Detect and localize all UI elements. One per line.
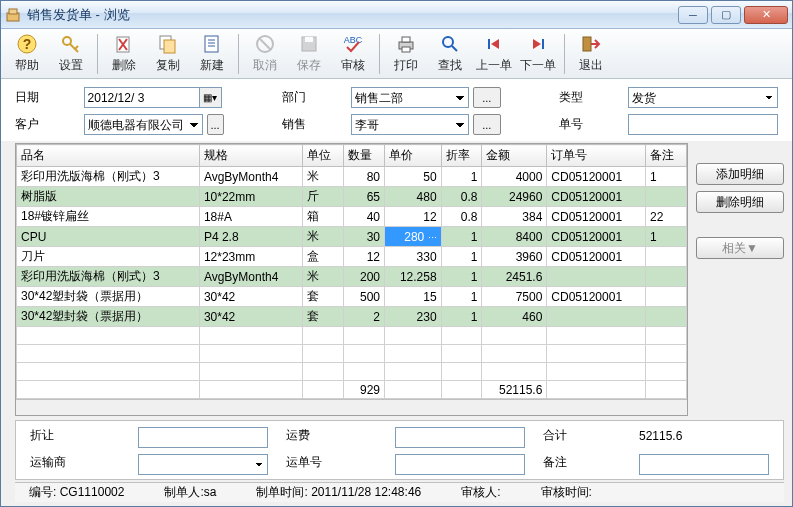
cell-qty[interactable]: 65 bbox=[344, 187, 385, 207]
cell-rem[interactable] bbox=[646, 267, 687, 287]
setup-button[interactable]: 设置 bbox=[49, 31, 93, 77]
customer-select[interactable]: 顺德电器有限公司 bbox=[84, 114, 203, 135]
cell-disc[interactable]: 0.8 bbox=[441, 187, 482, 207]
cell-disc[interactable]: 1 bbox=[441, 167, 482, 187]
carrier-select[interactable] bbox=[138, 454, 268, 475]
cell-amt[interactable]: 8400 bbox=[482, 227, 547, 247]
cell-disc[interactable]: 1 bbox=[441, 287, 482, 307]
discount-input[interactable] bbox=[138, 427, 268, 448]
print-button[interactable]: 打印 bbox=[384, 31, 428, 77]
cell-disc[interactable]: 1 bbox=[441, 227, 482, 247]
cell-spec[interactable]: 18#A bbox=[199, 207, 302, 227]
cell-disc[interactable]: 1 bbox=[441, 267, 482, 287]
cell-ord[interactable]: CD05120001 bbox=[547, 187, 646, 207]
cell-qty[interactable]: 12 bbox=[344, 247, 385, 267]
cell-ord[interactable]: CD05120001 bbox=[547, 167, 646, 187]
cell-amt[interactable]: 384 bbox=[482, 207, 547, 227]
cell-disc[interactable]: 0.8 bbox=[441, 207, 482, 227]
dept-lookup-button[interactable]: ... bbox=[473, 87, 501, 108]
cell-spec[interactable]: 12*23mm bbox=[199, 247, 302, 267]
cell-rem[interactable] bbox=[646, 187, 687, 207]
cell-ord[interactable] bbox=[547, 307, 646, 327]
column-header[interactable]: 单位 bbox=[303, 145, 344, 167]
cell-amt[interactable]: 3960 bbox=[482, 247, 547, 267]
cell-rem[interactable] bbox=[646, 307, 687, 327]
cell-name[interactable]: 刀片 bbox=[17, 247, 200, 267]
column-header[interactable]: 规格 bbox=[199, 145, 302, 167]
cell-ord[interactable]: CD05120001 bbox=[547, 287, 646, 307]
audit-button[interactable]: ABC 审核 bbox=[331, 31, 375, 77]
remark-input[interactable] bbox=[639, 454, 769, 475]
save-button[interactable]: 保存 bbox=[287, 31, 331, 77]
horizontal-scrollbar[interactable] bbox=[16, 399, 687, 415]
cell-disc[interactable]: 1 bbox=[441, 247, 482, 267]
cell-name[interactable]: CPU bbox=[17, 227, 200, 247]
cell-name[interactable]: 30*42塑封袋（票据用） bbox=[17, 287, 200, 307]
minimize-button[interactable]: ─ bbox=[678, 6, 708, 24]
prev-button[interactable]: 上一单 bbox=[472, 31, 516, 77]
cell-name[interactable]: 树脂版 bbox=[17, 187, 200, 207]
next-button[interactable]: 下一单 bbox=[516, 31, 560, 77]
dept-select[interactable]: 销售二部 bbox=[351, 87, 469, 108]
table-row[interactable]: 18#镀锌扁丝18#A箱40120.8384CD0512000122 bbox=[17, 207, 687, 227]
freight-input[interactable] bbox=[395, 427, 525, 448]
cell-unit[interactable]: 米 bbox=[303, 167, 344, 187]
cell-unit[interactable]: 斤 bbox=[303, 187, 344, 207]
table-row[interactable]: 30*42塑封袋（票据用）30*42套22301460 bbox=[17, 307, 687, 327]
find-button[interactable]: 查找 bbox=[428, 31, 472, 77]
column-header[interactable]: 折率 bbox=[441, 145, 482, 167]
cell-spec[interactable]: 30*42 bbox=[199, 287, 302, 307]
cell-name[interactable]: 彩印用洗版海棉（刚式）3 bbox=[17, 167, 200, 187]
cell-rem[interactable] bbox=[646, 287, 687, 307]
column-header[interactable]: 品名 bbox=[17, 145, 200, 167]
help-button[interactable]: ? 帮助 bbox=[5, 31, 49, 77]
cell-price[interactable]: 12.258 bbox=[385, 267, 442, 287]
cell-spec[interactable]: 30*42 bbox=[199, 307, 302, 327]
column-header[interactable]: 订单号 bbox=[547, 145, 646, 167]
new-button[interactable]: 新建 bbox=[190, 31, 234, 77]
column-header[interactable]: 金额 bbox=[482, 145, 547, 167]
related-button[interactable]: 相关▼ bbox=[696, 237, 784, 259]
column-header[interactable]: 单价 bbox=[385, 145, 442, 167]
cell-qty[interactable]: 40 bbox=[344, 207, 385, 227]
cell-unit[interactable]: 米 bbox=[303, 227, 344, 247]
cell-price[interactable]: 330 bbox=[385, 247, 442, 267]
waybill-input[interactable] bbox=[395, 454, 525, 475]
cell-unit[interactable]: 盒 bbox=[303, 247, 344, 267]
cell-price[interactable]: 50 bbox=[385, 167, 442, 187]
type-select[interactable]: 发货 bbox=[628, 87, 778, 108]
customer-lookup-button[interactable]: ... bbox=[207, 114, 224, 135]
cell-spec[interactable]: AvgByMonth4 bbox=[199, 167, 302, 187]
cell-spec[interactable]: 10*22mm bbox=[199, 187, 302, 207]
cell-amt[interactable]: 7500 bbox=[482, 287, 547, 307]
docno-input[interactable] bbox=[628, 114, 778, 135]
table-row[interactable]: 刀片12*23mm盒1233013960CD05120001 bbox=[17, 247, 687, 267]
cell-amt[interactable]: 24960 bbox=[482, 187, 547, 207]
cell-name[interactable]: 18#镀锌扁丝 bbox=[17, 207, 200, 227]
cell-price[interactable]: 280 ⋯ bbox=[385, 227, 442, 247]
cell-amt[interactable]: 2451.6 bbox=[482, 267, 547, 287]
add-detail-button[interactable]: 添加明细 bbox=[696, 163, 784, 185]
date-input[interactable] bbox=[84, 87, 200, 108]
maximize-button[interactable]: ▢ bbox=[711, 6, 741, 24]
cell-unit[interactable]: 箱 bbox=[303, 207, 344, 227]
cell-spec[interactable]: P4 2.8 bbox=[199, 227, 302, 247]
cell-price[interactable]: 480 bbox=[385, 187, 442, 207]
table-row[interactable]: 30*42塑封袋（票据用）30*42套5001517500CD05120001 bbox=[17, 287, 687, 307]
cell-price[interactable]: 230 bbox=[385, 307, 442, 327]
cell-ord[interactable]: CD05120001 bbox=[547, 207, 646, 227]
cell-unit[interactable]: 米 bbox=[303, 267, 344, 287]
cell-spec[interactable]: AvgByMonth4 bbox=[199, 267, 302, 287]
cell-unit[interactable]: 套 bbox=[303, 287, 344, 307]
cell-name[interactable]: 30*42塑封袋（票据用） bbox=[17, 307, 200, 327]
cell-qty[interactable]: 30 bbox=[344, 227, 385, 247]
column-header[interactable]: 备注 bbox=[646, 145, 687, 167]
sale-select[interactable]: 李哥 bbox=[351, 114, 469, 135]
table-row[interactable]: 树脂版10*22mm斤654800.824960CD05120001 bbox=[17, 187, 687, 207]
cell-amt[interactable]: 4000 bbox=[482, 167, 547, 187]
copy-button[interactable]: 复制 bbox=[146, 31, 190, 77]
calendar-icon[interactable]: ▦▾ bbox=[200, 87, 222, 108]
cell-rem[interactable]: 1 bbox=[646, 227, 687, 247]
column-header[interactable]: 数量 bbox=[344, 145, 385, 167]
cell-rem[interactable]: 1 bbox=[646, 167, 687, 187]
